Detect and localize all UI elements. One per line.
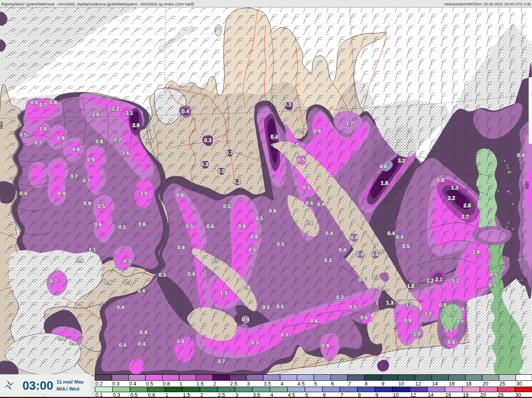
svg-text:0.7: 0.7 — [298, 128, 306, 134]
svg-text:0.3: 0.3 — [204, 137, 212, 143]
svg-text:5: 5 — [305, 392, 308, 398]
svg-text:1.3: 1.3 — [372, 274, 379, 280]
svg-text:0.5: 0.5 — [186, 223, 193, 229]
svg-text:0.9: 0.9 — [57, 135, 64, 141]
svg-text:1.2: 1.2 — [424, 310, 432, 317]
svg-text:0.7: 0.7 — [50, 278, 57, 284]
svg-text:0.4: 0.4 — [356, 251, 364, 257]
svg-text:0.4: 0.4 — [140, 329, 148, 335]
svg-text:2.7: 2.7 — [461, 214, 469, 220]
svg-text:1.5: 1.5 — [183, 392, 190, 398]
svg-text:1.0: 1.0 — [140, 190, 148, 197]
svg-text:0.5: 0.5 — [445, 327, 453, 333]
svg-text:1.2: 1.2 — [426, 278, 434, 284]
svg-text:1.3: 1.3 — [378, 285, 385, 291]
svg-text:0.5: 0.5 — [262, 304, 270, 310]
svg-text:0.4: 0.4 — [242, 316, 250, 322]
svg-text:0.5: 0.5 — [489, 282, 496, 288]
svg-text:12: 12 — [410, 392, 416, 398]
svg-text:0.4: 0.4 — [58, 190, 66, 197]
svg-text:0.3: 0.3 — [336, 294, 344, 300]
svg-text:14: 14 — [432, 381, 438, 387]
svg-text:0.5: 0.5 — [277, 241, 284, 247]
svg-text:0.5: 0.5 — [298, 157, 305, 163]
svg-text:0.4: 0.4 — [129, 381, 136, 387]
svg-text:0.9: 0.9 — [76, 258, 84, 264]
svg-text:0.4: 0.4 — [117, 304, 125, 310]
svg-text:0.4: 0.4 — [271, 134, 278, 140]
svg-text:0.5: 0.5 — [276, 303, 284, 310]
svg-text:0.6: 0.6 — [31, 99, 38, 106]
svg-text:1: 1 — [180, 381, 182, 387]
svg-text:1.2: 1.2 — [406, 302, 413, 308]
svg-text:3.9: 3.9 — [132, 122, 140, 128]
svg-text:0.5: 0.5 — [212, 258, 219, 264]
svg-text:1.2: 1.2 — [452, 278, 459, 284]
svg-text:0.3: 0.3 — [281, 332, 288, 338]
svg-text:8: 8 — [358, 392, 361, 398]
svg-text:0.7: 0.7 — [461, 306, 469, 312]
svg-text:N66: N66 — [0, 121, 4, 129]
svg-text:0.6: 0.6 — [94, 221, 102, 228]
svg-text:0.8: 0.8 — [96, 138, 103, 145]
svg-text:0.3: 0.3 — [324, 257, 332, 263]
svg-text:0.4: 0.4 — [305, 200, 313, 206]
svg-text:4.5: 4.5 — [298, 381, 305, 387]
svg-text:0.2: 0.2 — [96, 381, 103, 387]
svg-text:0.7: 0.7 — [218, 358, 225, 364]
svg-text:0.4: 0.4 — [138, 341, 146, 347]
svg-text:4: 4 — [271, 392, 273, 398]
svg-text:3: 3 — [235, 392, 238, 398]
svg-text:0.5: 0.5 — [349, 304, 357, 310]
svg-text:10: 10 — [399, 381, 404, 387]
svg-text:N99: N99 — [525, 181, 530, 189]
svg-text:0.1: 0.1 — [96, 392, 103, 398]
svg-text:0.7: 0.7 — [456, 319, 464, 325]
svg-text:0.9: 0.9 — [439, 302, 446, 308]
svg-text:0.5: 0.5 — [217, 168, 225, 174]
svg-text:0.5: 0.5 — [490, 272, 498, 278]
svg-text:0.6: 0.6 — [243, 284, 251, 290]
svg-text:0.5: 0.5 — [249, 246, 256, 253]
svg-text:3: 3 — [247, 381, 250, 387]
svg-text:0.6: 0.6 — [269, 208, 276, 214]
svg-text:1.1: 1.1 — [126, 110, 133, 116]
svg-text:0.7: 0.7 — [447, 311, 455, 317]
svg-text:1.9: 1.9 — [472, 249, 480, 255]
svg-text:0.4: 0.4 — [387, 230, 395, 236]
svg-text:4: 4 — [281, 381, 283, 387]
svg-text:0.7: 0.7 — [114, 137, 121, 143]
svg-text:0.6: 0.6 — [177, 338, 185, 344]
svg-text:1.6: 1.6 — [92, 111, 99, 118]
svg-text:Veðurstofan/HM750m: 10.05.2022: Veðurstofan/HM750m: 10.05.2022 18:00 UTC… — [444, 2, 531, 6]
svg-text:0.5: 0.5 — [402, 243, 410, 249]
svg-text:0.4: 0.4 — [104, 279, 112, 285]
svg-text:2: 2 — [200, 392, 203, 398]
svg-text:0.4: 0.4 — [305, 220, 313, 226]
svg-text:0.5: 0.5 — [118, 224, 126, 230]
svg-text:2: 2 — [213, 381, 216, 387]
svg-text:0.3: 0.3 — [124, 279, 131, 285]
svg-text:0.4: 0.4 — [350, 234, 358, 241]
svg-text:3.5: 3.5 — [264, 381, 271, 387]
svg-text:0.3: 0.3 — [251, 339, 259, 346]
svg-text:20: 20 — [483, 381, 488, 387]
svg-text:30: 30 — [515, 392, 521, 398]
svg-text:4.5: 4.5 — [288, 392, 295, 398]
svg-text:14: 14 — [428, 392, 433, 398]
svg-text:0.6: 0.6 — [138, 221, 146, 227]
svg-text:0.4: 0.4 — [138, 287, 145, 294]
svg-text:7: 7 — [340, 392, 343, 398]
svg-text:6: 6 — [323, 392, 326, 398]
svg-text:0.8: 0.8 — [437, 177, 444, 183]
svg-text:0.3: 0.3 — [201, 161, 208, 167]
svg-text:1.5: 1.5 — [197, 381, 204, 387]
svg-text:0.4: 0.4 — [396, 234, 404, 240]
svg-text:30: 30 — [516, 381, 522, 387]
svg-text:0.3: 0.3 — [284, 101, 291, 108]
svg-text:9: 9 — [382, 381, 384, 387]
svg-text:1.3: 1.3 — [386, 300, 394, 306]
svg-text:0.5: 0.5 — [146, 381, 153, 387]
svg-text:0.8: 0.8 — [72, 146, 80, 152]
svg-text:Mið./ Wed: Mið./ Wed — [57, 386, 79, 392]
